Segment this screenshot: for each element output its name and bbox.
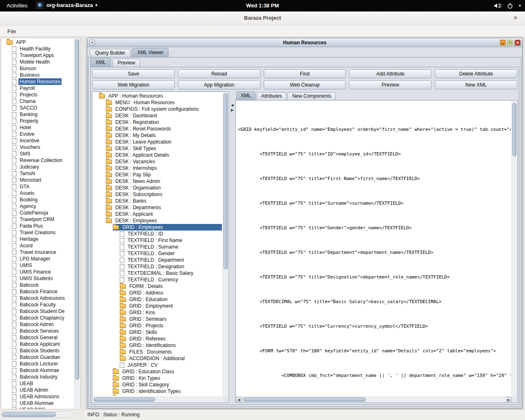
sidebar-item[interactable]: Babcock Lecturer — [2, 361, 74, 367]
tree-node[interactable]: DESK : Departments — [93, 204, 222, 211]
toolbar-button[interactable]: New XML — [435, 80, 517, 89]
sidebar-item[interactable]: Babcock Finance — [2, 288, 74, 295]
sidebar-item[interactable]: Agency — [2, 203, 74, 210]
frame-maximize-button[interactable] — [507, 40, 513, 46]
sidebar-item[interactable]: Evolve — [2, 131, 74, 137]
tree-node[interactable]: TEXTFIELD : ID — [93, 231, 222, 237]
tab-query-builder[interactable]: Query Builder — [90, 49, 130, 57]
scrollbar-thumb[interactable] — [2, 412, 56, 417]
toolbar-button[interactable]: App Migration — [178, 80, 260, 89]
sidebar-item[interactable]: Human Resources — [2, 78, 74, 85]
sidebar-item[interactable]: UEAB Admissions — [2, 393, 74, 400]
tree-node[interactable]: CONFIGS : Full system configurations — [93, 106, 222, 112]
tree-node[interactable]: DESK : Dashboard — [93, 112, 222, 119]
sidebar-item[interactable]: Babcock — [2, 282, 74, 288]
sidebar-item[interactable]: Judiciary — [2, 164, 74, 170]
sidebar-horizontal-scrollbar[interactable] — [1, 411, 74, 418]
sidebar-item[interactable]: Health Facility — [2, 46, 74, 52]
toolbar-button[interactable]: Delete Attribute — [435, 69, 517, 78]
tree-node[interactable]: GRID : Identification Types — [93, 388, 222, 395]
sidebar-item[interactable]: Projects — [2, 91, 74, 98]
frame-close-button[interactable]: ✕ — [515, 40, 520, 46]
sidebar-item[interactable]: UMIS Finance — [2, 269, 74, 275]
toolbar-button[interactable]: Add Attribute — [349, 69, 431, 78]
sidebar-item[interactable]: Assets — [2, 190, 74, 196]
sidebar-item[interactable]: Babcock Admin — [2, 321, 74, 328]
sidebar-item[interactable]: Faida Plus — [2, 223, 74, 229]
sidebar-item[interactable]: Travelport Apps — [2, 52, 74, 59]
tree-node[interactable]: DESK : Skill Types — [93, 145, 222, 152]
tab-xml[interactable]: XML — [90, 58, 111, 67]
toolbar-button[interactable]: Web Cleanup — [264, 80, 346, 89]
tree-node[interactable]: GRID : Address — [93, 290, 222, 296]
tree-node[interactable]: DESK : Subscriptions — [93, 191, 222, 198]
sidebar-item[interactable]: Mobile Health — [2, 59, 74, 65]
tree-node[interactable]: DESK : My Details — [93, 132, 222, 139]
sidebar-item[interactable]: Babcock Chaplaincy — [2, 315, 74, 321]
toolbar-button[interactable]: Preview — [349, 80, 431, 89]
tree-node[interactable]: DESK : Registration — [93, 119, 222, 126]
tree-node[interactable]: GRID : Employees — [93, 224, 222, 231]
sidebar-item[interactable]: Babcock Admissions — [2, 295, 74, 301]
window-close-icon[interactable]: ✕ — [512, 14, 519, 22]
tree-node[interactable]: DESK : Employees — [93, 217, 222, 224]
frame-minimize-button[interactable] — [500, 40, 506, 46]
tree-node[interactable]: DESK : Leave Application — [93, 139, 222, 145]
tree-node[interactable]: GRID : Kins — [93, 309, 222, 316]
sidebar-item[interactable]: UEAB Alumnae — [2, 400, 74, 406]
sidebar-item[interactable]: Babcock General — [2, 334, 74, 341]
power-icon[interactable] — [507, 3, 513, 9]
sidebar-item[interactable]: Acord — [2, 242, 74, 249]
sidebar-item[interactable]: Babcock Industry — [2, 374, 74, 380]
tree-node[interactable]: GRID : Referees — [93, 336, 222, 342]
tree-node[interactable]: TEXTFIELD : First Name — [93, 237, 222, 244]
sidebar-item[interactable]: Property — [2, 118, 74, 124]
tree-node[interactable]: TEXTDECIMAL : Basic Salary — [93, 270, 222, 276]
sidebar-root-app[interactable]: APP — [2, 39, 74, 46]
volume-icon[interactable] — [494, 3, 501, 9]
tree-node[interactable]: GRID : Projects — [93, 322, 222, 329]
tree-node[interactable]: DESK : Reset Passwords — [93, 126, 222, 132]
tree-node[interactable]: DESK : Organisation — [93, 185, 222, 191]
scrollbar-thumb[interactable] — [75, 39, 79, 380]
sidebar-item[interactable]: Vouchers — [2, 144, 74, 151]
frame-titlebar[interactable]: Human Resources ▼ ✕ — [87, 38, 522, 47]
tree-node[interactable]: GRID : Education — [93, 296, 222, 303]
caret-down-icon[interactable]: ▾ — [519, 4, 521, 8]
clock[interactable]: Wed 1:38 PM — [0, 2, 525, 9]
sidebar-item[interactable]: UMIS — [2, 262, 74, 269]
sidebar-item[interactable]: Babcock Applicant — [2, 341, 74, 347]
toolbar-button[interactable]: Reload — [178, 69, 260, 78]
xml-code[interactable]: <GRID keyfield="entity_id" name="Employe… — [238, 102, 511, 396]
scrollbar-thumb[interactable] — [512, 103, 516, 156]
tree-node[interactable]: GRID : Identifications — [93, 342, 222, 349]
sidebar-item[interactable]: Business — [2, 72, 74, 78]
tab-attributes[interactable]: Attributes — [257, 92, 287, 100]
sidebar-item[interactable]: Bunson — [2, 65, 74, 72]
scrollbar-thumb[interactable] — [243, 397, 366, 402]
toolbar-button[interactable]: Save — [92, 69, 175, 78]
tree-node[interactable]: MENU : Human Resources — [93, 99, 222, 106]
sidebar-item[interactable]: Incentive — [2, 137, 74, 144]
sidebar-item[interactable]: Babcock Student De — [2, 308, 74, 315]
menu-file[interactable]: File — [5, 27, 18, 35]
sidebar-item[interactable]: UMIS Students — [2, 275, 74, 282]
sidebar-item[interactable]: Travel Insurance — [2, 249, 74, 256]
sidebar-item[interactable]: Revenue Collection — [2, 157, 74, 164]
editor-vertical-scrollbar[interactable] — [511, 101, 517, 397]
sidebar-item[interactable]: Hotel — [2, 124, 74, 131]
scrollbar-thumb[interactable] — [224, 93, 228, 269]
sidebar-item[interactable]: UEAB DOS — [2, 406, 74, 409]
sidebar-item[interactable]: Microstart — [2, 177, 74, 183]
tree-node[interactable]: DESK : Vacancies — [93, 158, 222, 165]
sidebar-item[interactable]: Babcock Services — [2, 328, 74, 334]
xml-text-area[interactable]: <GRID keyfield="entity_id" name="Employe… — [235, 100, 518, 403]
collapse-right-icon[interactable]: ▶ — [230, 108, 234, 112]
tab-xml-viewer[interactable]: XML Viewer — [132, 48, 169, 57]
tree-node[interactable]: ACCORDION : Additional — [93, 355, 222, 362]
tree-node[interactable]: DESK : Banks — [93, 198, 222, 204]
tree-node[interactable]: DESK : Applicant Details — [93, 152, 222, 158]
tree-node[interactable]: GRID : Kin Types — [93, 375, 222, 381]
sidebar-item[interactable]: CodePamoja — [2, 210, 74, 216]
sidebar-item[interactable]: GTA — [2, 183, 74, 190]
